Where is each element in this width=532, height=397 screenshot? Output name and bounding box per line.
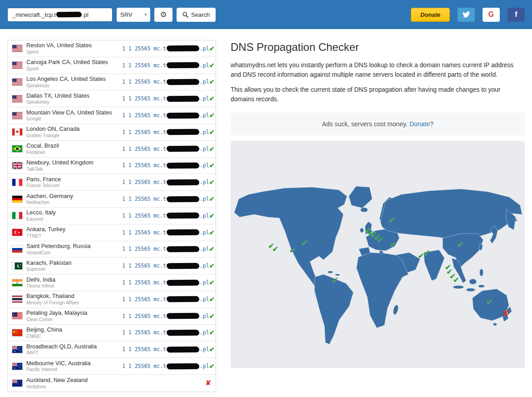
- donate-button[interactable]: Donate: [411, 8, 450, 22]
- server-row[interactable]: Karachi, Pakistan Supernet 1 1 25565 mc.…: [8, 258, 216, 274]
- result-prefix: 1 1 25565 mc.t: [122, 263, 166, 269]
- server-location: Lecco, Italy: [26, 209, 122, 216]
- server-row[interactable]: Bangkok, Thailand Ministry of Foreign Af…: [8, 291, 216, 308]
- result-suffix: .pl: [200, 162, 209, 169]
- redaction-blob: [167, 62, 199, 69]
- google-button[interactable]: G: [483, 8, 500, 22]
- status-check-icon: ✔: [209, 162, 215, 169]
- chevron-down-icon: ▾: [144, 12, 147, 17]
- status-check-icon: ✔: [209, 229, 215, 236]
- donate-note-suffix: ?: [430, 120, 433, 128]
- twitter-bird-icon: [462, 11, 470, 18]
- server-row[interactable]: Delhi, India Tikona Infinet 1 1 25565 mc…: [8, 274, 216, 291]
- server-info: Melbourne VIC, Australia Pacific Interne…: [26, 360, 122, 372]
- server-row[interactable]: Cocal, Brazil Fortalnet 1 1 25565 mc.t.p…: [8, 141, 216, 158]
- redaction-blob: [167, 146, 199, 152]
- server-row[interactable]: Broadbeach QLD, Australia AAPT 1 1 25565…: [8, 341, 216, 358]
- map-check-icon: ✔: [453, 277, 459, 284]
- server-isp: AAPT: [26, 350, 122, 355]
- russia-shape: [380, 189, 522, 240]
- result-suffix: .pl: [200, 263, 209, 269]
- result-prefix: 1 1 25565 mc.t: [122, 329, 166, 336]
- server-isp: Sprint: [26, 66, 122, 71]
- server-row[interactable]: Saint Petersburg, Russia VimpelCom 1 1 2…: [8, 241, 216, 258]
- intro-paragraph-1: whatsmydns.net lets you instantly perfor…: [231, 61, 525, 79]
- server-row[interactable]: Lecco, Italy Easynet 1 1 25565 mc.t.pl ✔: [8, 208, 216, 224]
- server-info: Los Angeles CA, United States Speakeasy: [26, 76, 122, 88]
- flag-de-icon: [12, 196, 22, 203]
- server-row[interactable]: Dallas TX, United States Speakeasy 1 1 2…: [8, 90, 216, 107]
- twitter-button[interactable]: [458, 8, 475, 22]
- server-row[interactable]: Newbury, United Kingdom TalkTalk 1 1 255…: [8, 158, 216, 174]
- server-row[interactable]: Canoga Park CA, United States Sprint 1 1…: [8, 57, 216, 74]
- status-check-icon: ✔: [209, 346, 215, 353]
- server-row[interactable]: Ankara, Turkey TTNET 1 1 25565 mc.t.pl ✔: [8, 224, 216, 241]
- flag-ca-icon: [12, 129, 22, 135]
- server-isp: VimpelCom: [26, 250, 122, 255]
- donate-link[interactable]: Donate: [409, 120, 430, 128]
- donate-note: Ads suck, servers cost money. Donate?: [231, 113, 525, 135]
- result-suffix: .pl: [200, 112, 209, 119]
- flag-us-icon: [12, 45, 22, 52]
- server-row[interactable]: Auckland, New Zealand Vodafone ✘: [8, 375, 216, 392]
- server-isp: Fortalnet: [26, 150, 122, 155]
- search-button[interactable]: Search: [177, 8, 216, 22]
- server-isp: TTNET: [26, 233, 122, 238]
- result-value: 1 1 25565 mc.t.pl: [122, 246, 209, 252]
- result-prefix: 1 1 25565 mc.t: [122, 79, 166, 85]
- server-info: Cocal, Brazil Fortalnet: [26, 143, 122, 155]
- server-isp: France Telecom: [26, 183, 122, 188]
- result-value: 1 1 25565 mc.t.pl: [122, 79, 209, 85]
- map-panel: ✔✔✔✔✔✔✔✔✔✔✔✔✔✔✔✔✔✔✔✔✘: [231, 141, 525, 368]
- result-suffix: .pl: [200, 229, 209, 236]
- redaction-blob: [167, 196, 199, 202]
- status-check-icon: ✔: [209, 78, 215, 85]
- result-suffix: .pl: [200, 146, 209, 152]
- server-location: Delhi, India: [26, 277, 122, 283]
- redaction-blob: [167, 112, 199, 119]
- server-row[interactable]: Petaling Jaya, Malaysia Clear-Comm 1 1 2…: [8, 308, 216, 325]
- server-location: Reston VA, United States: [26, 42, 122, 49]
- query-prefix: _minecraft._tcp.t: [12, 11, 56, 18]
- result-prefix: 1 1 25565 mc.t: [122, 213, 166, 219]
- top-bar: _minecraft._tcp.t.pl SRV ▾ ⚙ Search Dona…: [0, 0, 532, 29]
- server-location: Karachi, Pakistan: [26, 260, 122, 267]
- result-value: 1 1 25565 mc.t.pl: [122, 279, 209, 286]
- result-suffix: .pl: [200, 313, 209, 319]
- server-row[interactable]: Paris, France France Telecom 1 1 25565 m…: [8, 174, 216, 191]
- facebook-button[interactable]: f: [507, 8, 525, 22]
- flag-cn-icon: [12, 329, 22, 336]
- server-info: Broadbeach QLD, Australia AAPT: [26, 343, 122, 356]
- options-button[interactable]: ⚙: [154, 8, 172, 22]
- server-row[interactable]: Mountain View CA, United States Google 1…: [8, 107, 216, 124]
- flag-au-icon: [12, 363, 22, 370]
- server-isp: Ministry of Foreign Affairs: [26, 300, 122, 305]
- server-info: Reston VA, United States Sprint: [26, 42, 122, 55]
- record-type-select[interactable]: SRV ▾: [117, 8, 150, 22]
- server-row[interactable]: Aachen, Germany NetAachen 1 1 25565 mc.t…: [8, 191, 216, 208]
- flag-us-icon: [12, 79, 22, 85]
- map-check-icon: ✔: [301, 239, 307, 246]
- server-row[interactable]: Reston VA, United States Sprint 1 1 2556…: [8, 40, 216, 57]
- server-row[interactable]: Los Angeles CA, United States Speakeasy …: [8, 74, 216, 91]
- server-isp: TalkTalk: [26, 167, 122, 172]
- server-row[interactable]: Beijing, China CNNIC 1 1 25565 mc.t.pl ✔: [8, 325, 216, 342]
- server-isp: Google: [26, 116, 122, 121]
- search-input[interactable]: _minecraft._tcp.t.pl: [7, 8, 113, 22]
- server-row[interactable]: London ON, Canada Golden Triangle 1 1 25…: [8, 124, 216, 141]
- status-check-icon: ✔: [209, 296, 215, 303]
- result-value: 1 1 25565 mc.t.pl: [122, 129, 209, 135]
- south-america-shape: [315, 274, 353, 344]
- donate-note-text: Ads suck, servers cost money.: [322, 120, 409, 128]
- server-row[interactable]: Melbourne VIC, Australia Pacific Interne…: [8, 358, 216, 375]
- flag-it-icon: [12, 212, 22, 219]
- result-suffix: .pl: [200, 62, 209, 69]
- server-isp: Speakeasy: [26, 99, 122, 104]
- result-prefix: 1 1 25565 mc.t: [122, 246, 166, 252]
- map-cross-icon: ✘: [502, 309, 509, 318]
- result-value: 1 1 25565 mc.t.pl: [122, 346, 209, 352]
- server-info: Paris, France France Telecom: [26, 176, 122, 189]
- redaction-blob: [167, 246, 199, 253]
- status-check-icon: ✔: [209, 362, 215, 370]
- search-icon: [182, 12, 188, 18]
